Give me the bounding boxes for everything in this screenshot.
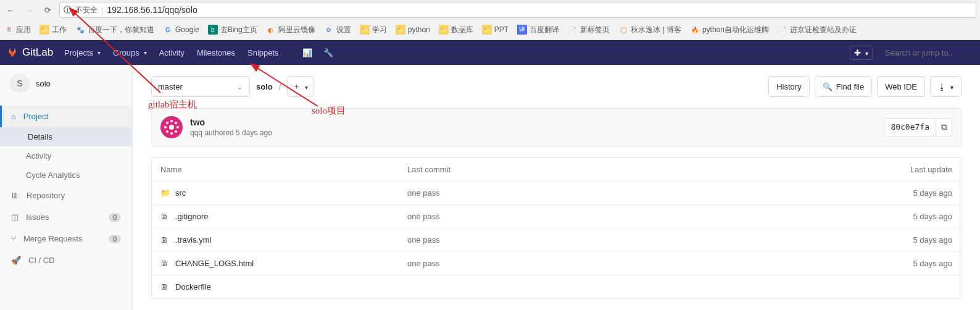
new-dropdown[interactable]: ✚ xyxy=(850,46,873,60)
bookmark-baidu[interactable]: 🐾百度一下，你就知道 xyxy=(75,25,154,35)
bookmark-google[interactable]: GGoogle xyxy=(163,25,199,35)
svg-point-4 xyxy=(170,120,173,122)
file-icon: 🗎 xyxy=(160,212,170,221)
cicd-icon: 🚀 xyxy=(11,256,21,265)
forward-button[interactable]: → xyxy=(22,3,36,17)
menu-milestones[interactable]: Milestones xyxy=(197,48,235,57)
col-name: Name xyxy=(160,165,407,174)
topnav-right: ✚ xyxy=(850,46,973,60)
branch-selector[interactable]: master⌄ xyxy=(151,76,250,97)
menu-groups[interactable]: Groups xyxy=(113,48,147,57)
bookmark-work[interactable]: 📁工作 xyxy=(39,25,67,35)
svg-point-9 xyxy=(175,122,177,124)
web-ide-button[interactable]: Web IDE xyxy=(877,76,925,97)
sidebar-item-mr[interactable]: ⑂ Merge Requests 0 xyxy=(0,228,132,249)
bookmark-blog[interactable]: ◯秋水逸冰 | 博客 xyxy=(618,25,681,35)
sha-copy-button[interactable]: ⧉ xyxy=(936,118,952,136)
commit-avatar xyxy=(160,116,183,138)
sidebar-sub-cycle[interactable]: Cycle Analytics xyxy=(0,165,132,185)
menu-snippets[interactable]: Snippets xyxy=(247,48,279,57)
mr-icon: ⑂ xyxy=(11,234,16,243)
browser-chrome: ← → ⟳ ⓘ 不安全 | ⠿应用 📁工作 🐾百度一下，你就知道 GGoogle… xyxy=(0,0,980,40)
project-name: solo xyxy=(36,79,51,88)
download-icon: ⭳ xyxy=(938,82,946,91)
file-table: Name Last commit Last update 📁src one pa… xyxy=(151,157,961,299)
breadcrumb-row: master⌄ solo / ＋ History 🔍Find file Web … xyxy=(151,76,961,97)
search-icon: 🔍 xyxy=(823,82,833,91)
global-search[interactable] xyxy=(880,48,973,57)
table-row[interactable]: 🗎.gitignore one pass 5 days ago xyxy=(152,205,961,228)
file-link[interactable]: src xyxy=(175,188,186,198)
row-commit[interactable]: one pass xyxy=(407,235,884,245)
chart-icon[interactable]: 📊 xyxy=(302,48,312,57)
row-update: 5 days ago xyxy=(884,259,952,268)
file-link[interactable]: .gitignore xyxy=(175,212,208,221)
project-header[interactable]: S solo xyxy=(0,65,132,102)
row-commit[interactable]: one pass xyxy=(407,259,884,268)
table-row[interactable]: 📁src one pass 5 days ago xyxy=(152,182,961,205)
gitlab-logo[interactable]: GitLab xyxy=(7,46,53,59)
table-header: Name Last commit Last update xyxy=(152,158,961,182)
sidebar-item-repository[interactable]: 🗎 Repository xyxy=(0,185,132,206)
bookmark-auto[interactable]: 🔥python自动化运维脚 xyxy=(690,25,769,35)
sidebar-item-cicd[interactable]: 🚀 CI / CD xyxy=(0,249,132,271)
url-input[interactable] xyxy=(107,5,972,15)
main-content: gitlab宿主机 master⌄ solo / ＋ History 🔍Find… xyxy=(133,65,980,310)
bookmark-settings[interactable]: ⚙设置 xyxy=(324,25,351,35)
sidebar-list: ⌂ Project Details Activity Cycle Analyti… xyxy=(0,102,132,271)
svg-point-10 xyxy=(166,130,168,133)
find-file-button[interactable]: 🔍Find file xyxy=(815,76,873,97)
back-button[interactable]: ← xyxy=(4,3,17,17)
insecure-label: 不安全 xyxy=(75,5,98,15)
mr-count: 0 xyxy=(109,235,121,243)
wrench-icon[interactable]: 🔧 xyxy=(323,48,333,57)
row-commit[interactable]: one pass xyxy=(407,212,884,221)
breadcrumb-add[interactable]: ＋ xyxy=(287,76,314,97)
table-row[interactable]: 🗎CHANGE_LOGS.html one pass 5 days ago xyxy=(152,252,961,275)
breadcrumb-root[interactable]: solo xyxy=(256,82,273,91)
file-toolbar: History 🔍Find file Web IDE ⭳ xyxy=(768,76,961,97)
commit-info: two qqq authored 5 days ago xyxy=(190,117,272,137)
commit-title[interactable]: two xyxy=(190,117,272,127)
sidebar-sub-activity[interactable]: Activity xyxy=(0,146,132,165)
sha-value[interactable]: 80c0e7fa xyxy=(884,118,936,136)
issues-icon: ◫ xyxy=(11,212,19,222)
bookmark-study[interactable]: 📁学习 xyxy=(360,25,387,35)
file-link[interactable]: Dockerfile xyxy=(175,282,211,291)
address-bar[interactable]: ⓘ 不安全 | xyxy=(59,2,976,18)
info-icon: ⓘ xyxy=(64,4,72,15)
bookmark-bing[interactable]: b去Bing主页 xyxy=(208,25,257,35)
bookmark-aliyun[interactable]: ◐阿里云镜像 xyxy=(266,25,315,35)
bookmark-db[interactable]: 📁数据库 xyxy=(439,25,473,35)
commit-sha: 80c0e7fa ⧉ xyxy=(884,118,952,136)
repo-icon: 🗎 xyxy=(11,191,19,200)
bookmarks-bar: ⠿应用 📁工作 🐾百度一下，你就知道 GGoogle b去Bing主页 ◐阿里云… xyxy=(0,20,980,40)
table-row[interactable]: 🗎Dockerfile xyxy=(152,275,961,298)
bookmark-newtab[interactable]: 📄新标签页 xyxy=(568,25,610,35)
bookmark-trans[interactable]: 译百度翻译 xyxy=(517,25,559,35)
menu-activity[interactable]: Activity xyxy=(159,48,185,57)
plus-icon: ＋ xyxy=(293,81,301,92)
menu-projects[interactable]: Projects xyxy=(64,48,101,57)
bookmark-python[interactable]: 📁python xyxy=(396,25,430,35)
file-link[interactable]: .travis.yml xyxy=(175,235,212,245)
file-link[interactable]: CHANGE_LOGS.html xyxy=(175,259,254,268)
svg-point-3 xyxy=(169,125,174,130)
table-row[interactable]: 🗎.travis.yml one pass 5 days ago xyxy=(152,228,961,252)
row-commit[interactable]: one pass xyxy=(407,188,884,198)
sidebar-item-project[interactable]: ⌂ Project xyxy=(0,106,132,127)
bookmark-ppt[interactable]: 📁PPT xyxy=(482,25,509,35)
bookmark-apps[interactable]: ⠿应用 xyxy=(4,25,31,35)
row-update: 5 days ago xyxy=(884,235,952,245)
history-button[interactable]: History xyxy=(768,76,809,97)
gitlab-menu: Projects Groups Activity Milestones Snip… xyxy=(64,48,279,57)
reload-button[interactable]: ⟳ xyxy=(41,3,54,17)
copy-icon: ⧉ xyxy=(941,122,947,132)
gitlab-topnav: GitLab Projects Groups Activity Mileston… xyxy=(0,40,980,65)
download-button[interactable]: ⭳ xyxy=(930,76,961,97)
sidebar-sub-details[interactable]: Details xyxy=(0,127,132,146)
svg-point-5 xyxy=(170,132,173,135)
row-update: 5 days ago xyxy=(884,212,952,221)
sidebar-item-issues[interactable]: ◫ Issues 0 xyxy=(0,206,132,228)
bookmark-jinjing[interactable]: 📄进京证检查站及办证 xyxy=(778,25,857,35)
